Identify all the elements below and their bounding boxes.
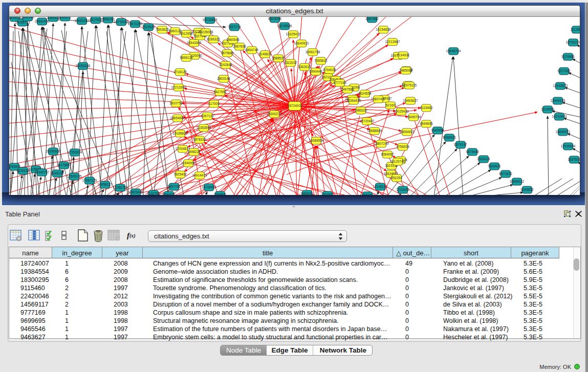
svg-text:12213967: 12213967 [385, 40, 400, 43]
svg-text:2718126: 2718126 [173, 70, 187, 74]
svg-text:2967608: 2967608 [233, 45, 246, 48]
svg-text:1112803: 1112803 [571, 28, 580, 31]
svg-text:18807249: 18807249 [374, 142, 389, 145]
svg-text:10671355: 10671355 [128, 22, 143, 26]
svg-text:7485063: 7485063 [399, 69, 412, 72]
svg-text:252254: 252254 [391, 176, 402, 180]
svg-text:12975115: 12975115 [402, 83, 417, 87]
svg-text:16961758: 16961758 [306, 50, 320, 54]
svg-text:1362615: 1362615 [298, 65, 311, 69]
svg-text:1065326: 1065326 [47, 17, 60, 19]
svg-text:9084067: 9084067 [381, 152, 394, 156]
svg-text:1498222: 1498222 [187, 150, 201, 154]
svg-text:15720407: 15720407 [360, 119, 375, 123]
svg-text:2207931: 2207931 [321, 193, 334, 195]
svg-text:117006: 117006 [208, 102, 220, 105]
svg-text:10688609: 10688609 [367, 129, 382, 133]
svg-text:19384554: 19384554 [309, 139, 324, 142]
svg-text:3875685: 3875685 [221, 51, 234, 55]
svg-text:18654982: 18654982 [170, 116, 185, 120]
svg-text:17353924: 17353924 [68, 150, 82, 154]
svg-text:6497568: 6497568 [341, 87, 354, 91]
svg-text:10807487: 10807487 [371, 97, 386, 101]
svg-text:11353594: 11353594 [197, 126, 211, 129]
svg-text:9146821: 9146821 [258, 52, 272, 56]
svg-text:1527602: 1527602 [89, 18, 102, 21]
svg-text:9896124: 9896124 [180, 56, 193, 59]
svg-text:10041997: 10041997 [360, 193, 375, 195]
svg-text:3267110: 3267110 [201, 114, 214, 118]
svg-text:62160: 62160 [386, 103, 395, 107]
svg-text:1139155: 1139155 [17, 169, 30, 172]
svg-text:1733426: 1733426 [396, 188, 409, 191]
svg-text:16033809: 16033809 [203, 18, 217, 21]
svg-text:16210643: 16210643 [552, 115, 567, 118]
svg-text:16782759: 16782759 [113, 186, 128, 189]
svg-text:9245652: 9245652 [520, 188, 534, 191]
svg-text:7250841: 7250841 [213, 193, 227, 195]
svg-text:17957225: 17957225 [82, 179, 97, 182]
svg-text:1145193: 1145193 [51, 171, 64, 175]
svg-text:3624554: 3624554 [358, 92, 372, 95]
svg-text:7825402: 7825402 [173, 172, 187, 176]
svg-text:1069377: 1069377 [58, 17, 72, 19]
svg-text:9457791: 9457791 [167, 185, 181, 188]
svg-text:7357274: 7357274 [228, 25, 241, 29]
svg-text:15751074: 15751074 [566, 40, 580, 44]
svg-text:20364436: 20364436 [346, 99, 361, 102]
svg-text:13716485: 13716485 [202, 185, 216, 189]
svg-text:9115460: 9115460 [420, 106, 433, 110]
svg-text:13325419: 13325419 [286, 32, 301, 36]
svg-text:16648784: 16648784 [446, 49, 461, 53]
svg-text:15495754: 15495754 [406, 115, 421, 119]
svg-text:1167533: 1167533 [568, 158, 580, 161]
svg-text:6322037: 6322037 [284, 61, 297, 64]
svg-text:3912954: 3912954 [180, 32, 193, 35]
svg-text:1640954: 1640954 [431, 128, 444, 132]
svg-text:11540994: 11540994 [181, 161, 196, 165]
svg-text:19463627: 19463627 [403, 99, 418, 102]
svg-text:7632621: 7632621 [488, 164, 501, 168]
svg-text:8190332: 8190332 [162, 193, 176, 195]
svg-text:19218506: 19218506 [277, 24, 292, 28]
svg-text:9242848: 9242848 [219, 63, 232, 67]
svg-text:10719155: 10719155 [114, 20, 129, 24]
svg-text:7134931: 7134931 [397, 53, 410, 57]
svg-text:9427552: 9427552 [213, 90, 227, 94]
svg-text:19654923: 19654923 [400, 130, 415, 134]
svg-text:9129966: 9129966 [561, 55, 575, 58]
svg-text:7986322: 7986322 [354, 108, 367, 112]
svg-text:12505135: 12505135 [67, 174, 82, 178]
svg-text:1810753: 1810753 [169, 101, 183, 105]
svg-text:7515526: 7515526 [142, 25, 155, 29]
svg-text:6794028: 6794028 [323, 68, 336, 72]
svg-text:13692971: 13692971 [556, 130, 571, 134]
svg-text:8471676: 8471676 [499, 172, 512, 176]
svg-text:16543362: 16543362 [187, 41, 202, 45]
svg-text:12213369: 12213369 [171, 85, 186, 89]
svg-text:20691406: 20691406 [35, 19, 50, 23]
svg-text:9756928: 9756928 [396, 145, 409, 148]
svg-text:12342757: 12342757 [35, 170, 50, 174]
svg-text:26260650: 26260650 [46, 149, 61, 153]
svg-text:19175857: 19175857 [57, 163, 72, 167]
svg-text:2687682: 2687682 [365, 17, 379, 20]
svg-text:2933114: 2933114 [477, 157, 490, 161]
svg-text:8454749: 8454749 [245, 48, 258, 52]
svg-text:7663822: 7663822 [156, 28, 169, 31]
svg-text:25300273: 25300273 [267, 112, 282, 116]
svg-text:6966160: 6966160 [101, 17, 115, 21]
svg-text:9699695: 9699695 [420, 122, 433, 125]
svg-text:10653267: 10653267 [75, 19, 90, 23]
svg-text:19166825: 19166825 [173, 132, 188, 135]
svg-text:5878332: 5878332 [193, 138, 206, 141]
svg-text:8186323: 8186323 [207, 37, 220, 41]
svg-text:(x): (x) [129, 233, 136, 239]
svg-text:9474444: 9474444 [466, 150, 479, 154]
svg-text:23226058: 23226058 [199, 30, 213, 34]
svg-text:1960546: 1960546 [226, 38, 239, 41]
svg-text:10958127: 10958127 [98, 183, 113, 186]
svg-text:9132755: 9132755 [147, 192, 160, 195]
svg-text:16640910: 16640910 [294, 41, 309, 45]
svg-text:16120746: 16120746 [390, 160, 405, 163]
